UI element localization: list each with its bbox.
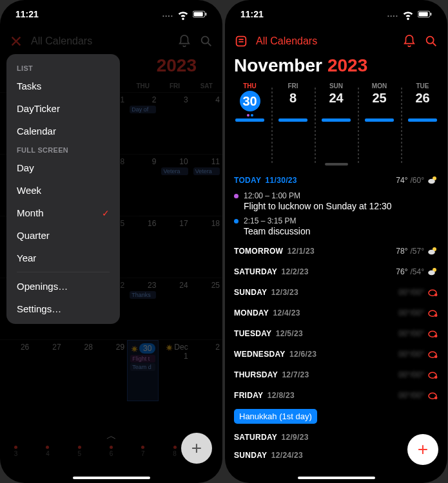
date-cell[interactable]: 28 xyxy=(64,340,95,401)
agenda-event[interactable]: 12:00 – 1:00 PMFlight to lucknow on Sund… xyxy=(225,190,447,215)
phone-left: 11:21 .... All Calendars 2023 SUNMONTUEW… xyxy=(0,0,222,483)
date-cell[interactable]: 18 xyxy=(191,216,222,278)
date-cell[interactable]: 27 xyxy=(32,340,63,401)
menu-item-dayticker[interactable]: DayTicker xyxy=(6,97,120,120)
search-icon[interactable] xyxy=(199,34,213,48)
month-label: November xyxy=(234,55,322,76)
battery-icon xyxy=(193,7,207,21)
menu-item-tasks[interactable]: Tasks xyxy=(6,75,120,97)
add-event-button[interactable]: + xyxy=(407,434,438,465)
year-label: 2023 xyxy=(327,55,367,76)
date-cell[interactable]: 29 xyxy=(95,340,127,401)
drag-handle-icon[interactable]: ︿ xyxy=(106,430,117,443)
date-cell[interactable]: 17 xyxy=(159,216,190,278)
bell-icon[interactable] xyxy=(177,34,191,48)
calendar-select[interactable]: All Calendars xyxy=(31,35,92,47)
strip-day[interactable]: 4 xyxy=(46,446,50,457)
home-indicator[interactable] xyxy=(73,477,150,479)
agenda-day-header[interactable]: TUESDAY 12/5/2300°/00° xyxy=(225,323,447,343)
svg-point-26 xyxy=(434,397,438,400)
date-cell[interactable]: 10Vetera xyxy=(159,155,190,216)
add-event-button[interactable]: + xyxy=(181,433,212,464)
year-label: 2023 xyxy=(157,55,197,76)
date-cell[interactable]: 4 xyxy=(191,93,222,154)
agenda-day-header[interactable]: FRIDAY 12/8/2300°/00° xyxy=(225,384,447,405)
strip-day[interactable]: 3 xyxy=(14,446,18,457)
agenda-day-header[interactable]: SUNDAY 12/3/2300°/00° xyxy=(225,281,447,302)
ticker-day[interactable]: MON25 xyxy=(360,82,399,163)
date-cell[interactable]: 25 xyxy=(191,278,222,339)
event-chip[interactable]: Vetera xyxy=(193,167,220,175)
date-cell[interactable]: ☀️ 30Flight tTeam d xyxy=(127,340,159,401)
agenda-day-header[interactable]: TODAY 11/30/2374°/60° xyxy=(225,169,447,190)
menu-item-year[interactable]: Year xyxy=(6,247,120,269)
ticker-day[interactable]: SUN24 xyxy=(317,82,356,163)
svg-rect-6 xyxy=(431,13,432,16)
menu-item-quarter[interactable]: Quarter xyxy=(6,224,120,247)
svg-point-3 xyxy=(202,37,209,44)
menu-item-month[interactable]: Month✓ xyxy=(6,202,120,224)
strip-day[interactable]: 8 xyxy=(173,446,177,457)
menu-item-day[interactable]: Day xyxy=(6,156,120,179)
svg-point-20 xyxy=(434,335,438,338)
date-cell[interactable]: ☀️ Dec 1 xyxy=(159,340,190,401)
search-icon[interactable] xyxy=(424,34,438,48)
day-ticker[interactable]: THU30FRI8SUN24MON25TUE26 xyxy=(225,80,447,167)
agenda-day-header[interactable]: TOMORROW 12/1/2378°/57° xyxy=(225,240,447,261)
svg-point-12 xyxy=(428,250,435,255)
date-cell[interactable]: 2 xyxy=(191,340,222,401)
weekday-label: SAT xyxy=(191,80,222,92)
close-icon[interactable] xyxy=(9,34,23,48)
svg-point-22 xyxy=(434,355,438,359)
agenda-day-header[interactable]: SATURDAY 12/2/2376°/54° xyxy=(225,261,447,281)
battery-icon xyxy=(418,7,432,21)
date-cell[interactable]: 24 xyxy=(159,278,190,339)
month-title: November 2023 xyxy=(225,54,447,80)
ticker-day[interactable]: FRI8 xyxy=(273,82,313,163)
date-cell[interactable]: 11Vetera xyxy=(191,155,222,216)
menu-item-week[interactable]: Week xyxy=(6,179,120,202)
strip-day[interactable]: 5 xyxy=(77,446,81,457)
event-chip[interactable]: Vetera xyxy=(161,167,188,175)
ticker-day[interactable]: THU30 xyxy=(230,82,269,163)
ticker-day[interactable]: TUE26 xyxy=(403,82,442,163)
svg-point-14 xyxy=(428,270,435,276)
agenda-day-header[interactable]: MONDAY 12/4/2300°/00° xyxy=(225,302,447,323)
menu-section-fullscreen: FULL SCREEN xyxy=(6,142,120,156)
svg-rect-2 xyxy=(206,13,207,16)
svg-point-8 xyxy=(427,37,434,44)
event-chip[interactable]: Day of xyxy=(130,106,156,113)
menu-item-calendar[interactable]: Calendar xyxy=(6,120,120,142)
agenda-day-header[interactable]: WEDNESDAY 12/6/2300°/00° xyxy=(225,343,447,364)
date-cell[interactable]: 9 xyxy=(127,155,159,216)
ticker-handle[interactable] xyxy=(325,163,348,166)
weekday-label: THU xyxy=(127,80,159,92)
date-cell[interactable]: 16 xyxy=(127,216,159,278)
status-time: 11:21 xyxy=(15,9,39,19)
menu-icon[interactable] xyxy=(234,34,248,48)
agenda-day-header[interactable]: THURSDAY 12/7/2300°/00° xyxy=(225,364,447,384)
home-indicator[interactable] xyxy=(298,477,375,479)
event-chip[interactable]: Thanks xyxy=(130,291,156,299)
calendar-select[interactable]: All Calendars xyxy=(256,35,317,47)
date-cell[interactable]: 23Thanks xyxy=(127,278,159,339)
svg-rect-5 xyxy=(419,12,428,16)
date-cell[interactable]: 26 xyxy=(0,340,32,401)
event-chip[interactable]: Team d xyxy=(130,363,155,371)
agenda-event[interactable]: 2:15 – 3:15 PMTeam discussion xyxy=(225,215,447,240)
bell-icon[interactable] xyxy=(402,34,416,48)
agenda-list[interactable]: TODAY 11/30/2374°/60°12:00 – 1:00 PMFlig… xyxy=(225,167,447,483)
date-cell[interactable]: 3 xyxy=(159,93,190,154)
strip-day[interactable]: 6 xyxy=(110,446,113,457)
svg-point-24 xyxy=(434,376,438,379)
holiday-chip[interactable]: Hanukkah (1st day) xyxy=(234,409,317,424)
menu-item-settings[interactable]: Settings… xyxy=(6,298,120,320)
svg-point-16 xyxy=(434,294,438,297)
phone-right: 11:21 .... All Calendars November 2023 T… xyxy=(225,0,447,483)
weekday-label: FRI xyxy=(159,80,190,92)
strip-day[interactable]: 7 xyxy=(141,446,145,457)
status-bar: 11:21 .... xyxy=(0,0,222,28)
date-cell[interactable]: 2Day of xyxy=(127,93,159,154)
menu-item-openings[interactable]: Openings… xyxy=(6,275,120,298)
event-chip[interactable]: Flight t xyxy=(130,355,155,363)
